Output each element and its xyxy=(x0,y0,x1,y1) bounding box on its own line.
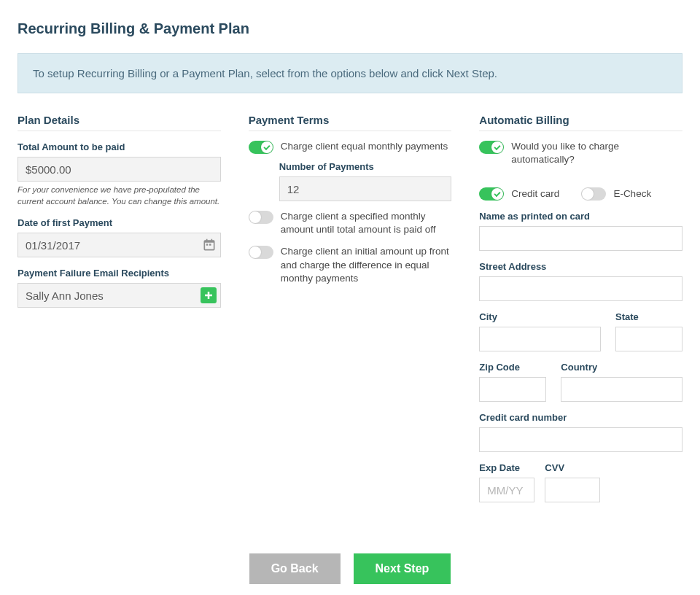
automatic-billing-heading: Automatic Billing xyxy=(479,114,682,131)
go-back-button[interactable]: Go Back xyxy=(249,553,341,584)
total-amount-label: Total Amount to be paid xyxy=(18,141,221,152)
equal-payments-toggle[interactable] xyxy=(249,141,273,154)
street-address-input[interactable] xyxy=(479,276,682,301)
initial-amount-label: Charge client an initial amount up front… xyxy=(281,245,452,285)
cc-number-label: Credit card number xyxy=(479,412,682,423)
city-label: City xyxy=(479,311,601,322)
credit-card-label: Credit card xyxy=(511,187,559,201)
echeck-label: E-Check xyxy=(613,187,651,201)
num-payments-input[interactable] xyxy=(279,176,452,201)
exp-date-input[interactable] xyxy=(479,478,534,502)
country-input[interactable] xyxy=(561,377,682,402)
street-address-label: Street Address xyxy=(479,261,682,272)
plan-details-column: Plan Details Total Amount to be paid For… xyxy=(18,114,221,502)
plan-details-heading: Plan Details xyxy=(18,114,221,131)
credit-card-toggle[interactable] xyxy=(479,187,504,201)
total-amount-input[interactable] xyxy=(18,157,221,182)
cc-number-input[interactable] xyxy=(479,427,682,452)
state-label: State xyxy=(615,311,682,322)
specified-amount-toggle[interactable] xyxy=(249,211,273,224)
card-name-input[interactable] xyxy=(479,226,682,251)
cvv-label: CVV xyxy=(545,462,600,473)
num-payments-label: Number of Payments xyxy=(279,161,452,172)
specified-amount-label: Charge client a specified monthly amount… xyxy=(281,210,452,236)
country-label: Country xyxy=(561,362,682,373)
city-input[interactable] xyxy=(479,327,601,351)
info-banner: To setup Recurring Billing or a Payment … xyxy=(18,53,682,93)
page-title: Recurring Billing & Payment Plan xyxy=(18,20,682,37)
add-recipient-button[interactable] xyxy=(201,287,217,303)
charge-automatically-label: Would you like to charge automatically? xyxy=(511,140,682,166)
state-input[interactable] xyxy=(615,327,682,351)
equal-payments-label: Charge client equal monthly payments xyxy=(281,140,448,153)
initial-amount-toggle[interactable] xyxy=(249,246,273,259)
exp-date-label: Exp Date xyxy=(479,462,534,473)
payment-terms-heading: Payment Terms xyxy=(249,114,452,131)
calendar-icon[interactable] xyxy=(202,238,217,252)
card-name-label: Name as printed on card xyxy=(479,211,682,222)
failure-recipients-label: Payment Failure Email Recipients xyxy=(18,268,221,279)
payment-terms-column: Payment Terms Charge client equal monthl… xyxy=(249,114,452,502)
charge-automatically-toggle[interactable] xyxy=(479,141,504,154)
echeck-toggle[interactable] xyxy=(581,187,606,201)
total-amount-helper: For your convenience we have pre-populat… xyxy=(18,184,221,207)
zip-label: Zip Code xyxy=(479,362,546,373)
cvv-input[interactable] xyxy=(545,478,600,502)
first-payment-date-label: Date of first Payment xyxy=(18,217,221,228)
zip-input[interactable] xyxy=(479,377,546,402)
failure-recipients-input[interactable] xyxy=(18,283,221,308)
first-payment-date-input[interactable] xyxy=(18,233,221,257)
next-step-button[interactable]: Next Step xyxy=(354,553,451,584)
automatic-billing-column: Automatic Billing Would you like to char… xyxy=(479,114,682,502)
